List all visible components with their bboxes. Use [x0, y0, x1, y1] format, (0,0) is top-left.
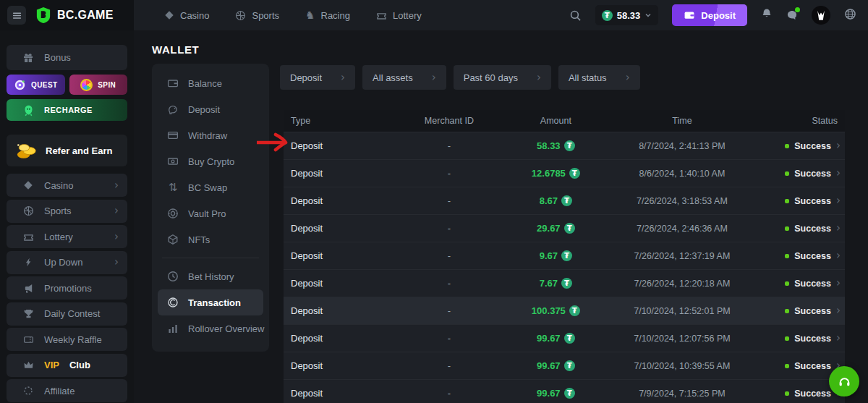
filter-dropdown-all-status[interactable]: All status › — [558, 65, 640, 90]
tether-icon: ₮ — [561, 195, 572, 206]
sidebar-item-lottery[interactable]: Lottery › — [7, 225, 127, 248]
cell-status: Success › — [761, 333, 845, 344]
wallet-menu-item-transaction[interactable]: Transaction — [158, 289, 263, 315]
chat-button[interactable] — [786, 9, 798, 21]
cell-status: Success › — [761, 250, 845, 261]
topnav-item-label: Racing — [321, 10, 350, 21]
cell-time: 7/10/2024, 12:52:01 PM — [603, 306, 760, 316]
search-button[interactable] — [569, 9, 582, 22]
sidebar-item-promotions[interactable]: Promotions — [7, 276, 127, 300]
cell-type: Deposit — [284, 168, 390, 179]
filter-dropdown-past-60-days[interactable]: Past 60 days › — [454, 65, 551, 90]
topnav-item-racing[interactable]: ♞ Racing — [305, 10, 350, 21]
topnav-item-sports[interactable]: Sports — [235, 10, 279, 21]
wallet-menu-item-balance[interactable]: Balance — [152, 70, 269, 96]
table-header: Type Merchant ID Amount Time Status — [284, 110, 845, 132]
transaction-row[interactable]: Deposit - 8.67 ₮ 7/26/2024, 3:18:53 AM S… — [284, 187, 845, 214]
sidebar-item-affiliate[interactable]: Affiliate — [7, 379, 127, 402]
filter-label: Past 60 days — [464, 72, 518, 83]
recharge-button[interactable]: RECHARGE — [7, 99, 127, 121]
notifications-button[interactable] — [761, 8, 773, 22]
lightning-icon — [22, 258, 34, 267]
megaphone-icon — [22, 283, 34, 294]
sidebar-item-daily-contest[interactable]: Daily Contest — [7, 302, 127, 326]
wallet-menu-item-rollover-overview[interactable]: Rollover Overview — [152, 315, 269, 342]
sidebar-item-label: Club — [69, 360, 90, 370]
search-icon — [569, 9, 582, 22]
success-dot — [785, 281, 789, 286]
wallet-menu-item-buy-crypto[interactable]: Buy Crypto — [152, 148, 269, 174]
deposit-button-label: Deposit — [701, 10, 736, 21]
hamburger-menu-button[interactable] — [7, 6, 26, 25]
wallet-menu-item-bc-swap[interactable]: ⇅ BC Swap — [152, 174, 269, 200]
cell-type: Deposit — [284, 278, 390, 289]
wallet-menu-item-withdraw[interactable]: Withdraw — [152, 122, 269, 148]
wallet-menu-item-label: Buy Crypto — [188, 156, 234, 167]
quest-target-icon — [14, 79, 26, 91]
wallet-menu-item-label: Withdraw — [188, 130, 227, 141]
language-button[interactable] — [844, 8, 856, 23]
basketball-icon — [22, 205, 34, 216]
cell-type: Deposit — [284, 333, 390, 344]
transaction-row[interactable]: Deposit - 100.375 ₮ 7/10/2024, 12:52:01 … — [284, 297, 845, 324]
sidebar-item-weekly-raffle[interactable]: Weekly Raffle — [7, 328, 127, 351]
support-button[interactable] — [829, 366, 859, 396]
sidebar-item-up-down[interactable]: Up Down › — [7, 251, 127, 274]
cell-time: 7/26/2024, 3:18:53 AM — [603, 196, 760, 206]
sidebar-item-club[interactable]: VIP Club — [7, 354, 127, 377]
avatar-icon — [812, 6, 830, 25]
wallet-menu-item-deposit[interactable]: Deposit — [152, 96, 269, 122]
brand-logo[interactable]: BC.GAME — [35, 7, 114, 24]
cell-amount: 100.375 ₮ — [508, 305, 603, 316]
wallet-menu-item-vault-pro[interactable]: Vault Pro — [152, 200, 269, 226]
chevron-right-icon: › — [836, 278, 841, 289]
quest-button[interactable]: QUEST — [7, 75, 65, 95]
transaction-row[interactable]: Deposit - 99.67 ₮ 7/9/2024, 7:15:25 PM S… — [284, 379, 845, 403]
balance-dropdown[interactable]: ₮ 58.33 — [595, 5, 659, 25]
globe-icon — [844, 8, 856, 20]
wallet-menu-item-label: Transaction — [188, 297, 241, 308]
spin-button[interactable]: SPIN — [69, 75, 128, 95]
cell-time: 7/26/2024, 12:20:18 AM — [603, 279, 760, 289]
refer-label: Refer and Earn — [46, 145, 112, 156]
topnav-item-lottery[interactable]: Lottery — [376, 10, 422, 21]
transaction-row[interactable]: Deposit - 12.6785 ₮ 8/6/2024, 1:40:10 AM… — [284, 159, 845, 187]
transactions-table: Type Merchant ID Amount Time Status Depo… — [284, 110, 845, 403]
wallet-menu-item-nfts[interactable]: NFTs — [152, 226, 269, 253]
sidebar-item-label: Sports — [44, 205, 72, 216]
topnav-item-casino[interactable]: Casino — [164, 10, 209, 21]
diamond-icon — [22, 180, 34, 190]
transaction-row[interactable]: Deposit - 99.67 ₮ 7/10/2024, 12:07:56 PM… — [284, 324, 845, 352]
basketball-icon — [235, 10, 246, 21]
transaction-row[interactable]: Deposit - 9.67 ₮ 7/26/2024, 12:37:19 AM … — [284, 242, 845, 269]
tether-icon: ₮ — [569, 305, 580, 316]
dashed-circle-icon — [22, 386, 34, 396]
wallet-menu-item-bet-history[interactable]: Bet History — [152, 263, 269, 289]
quest-label: QUEST — [31, 81, 57, 89]
transaction-row[interactable]: Deposit - 29.67 ₮ 7/26/2024, 2:46:36 AM … — [284, 214, 845, 242]
swap-icon: ⇅ — [166, 182, 179, 193]
success-dot — [785, 171, 789, 176]
cell-merchant-id: - — [390, 250, 508, 261]
deposit-button[interactable]: Deposit — [672, 4, 747, 26]
tether-icon: ₮ — [564, 388, 575, 399]
transaction-row[interactable]: Deposit - 99.67 ₮ 7/10/2024, 10:39:55 AM… — [284, 352, 845, 379]
cell-time: 8/7/2024, 2:41:13 PM — [603, 141, 760, 151]
chevron-right-icon: › — [836, 333, 841, 344]
filter-dropdown-deposit[interactable]: Deposit › — [280, 65, 355, 90]
sidebar-item-sports[interactable]: Sports › — [7, 200, 127, 223]
refer-and-earn-button[interactable]: Refer and Earn — [7, 135, 127, 166]
user-avatar[interactable] — [812, 6, 830, 25]
tether-icon: ₮ — [561, 250, 572, 261]
sidebar-item-label: Affiliate — [44, 386, 75, 396]
wallet-menu-item-label: Bet History — [188, 271, 234, 282]
amount-value: 8.67 — [540, 195, 558, 206]
sidebar-item-casino[interactable]: Casino › — [7, 174, 127, 197]
transaction-row[interactable]: Deposit - 58.33 ₮ 8/7/2024, 2:41:13 PM S… — [284, 132, 845, 159]
balance-value: 58.33 — [617, 10, 641, 21]
transaction-row[interactable]: Deposit - 7.67 ₮ 7/26/2024, 12:20:18 AM … — [284, 269, 845, 297]
filter-dropdown-all-assets[interactable]: All assets › — [362, 65, 446, 90]
sidebar-item-label: Daily Contest — [44, 308, 100, 319]
sidebar-bonus-button[interactable]: Bonus — [7, 45, 127, 70]
chat-unread-dot — [795, 7, 800, 12]
